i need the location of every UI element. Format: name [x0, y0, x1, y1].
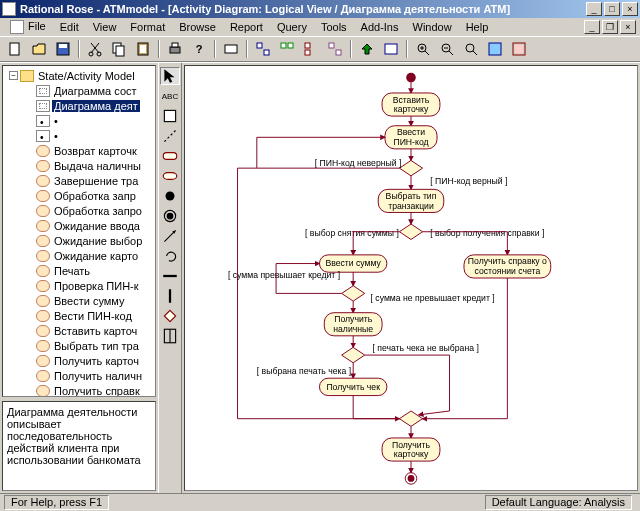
tree-item[interactable]: Получить справк [5, 383, 153, 397]
maximize-button[interactable]: □ [604, 2, 620, 16]
menu-view[interactable]: View [87, 20, 123, 34]
vsync-tool[interactable] [160, 287, 180, 305]
tree-item[interactable]: • [5, 128, 153, 143]
act-icon [36, 175, 50, 187]
menu-report[interactable]: Report [224, 20, 269, 34]
decision-tool[interactable] [160, 307, 180, 325]
swimlane-tool[interactable] [160, 327, 180, 345]
diagram-canvas[interactable]: Вставить карточку Ввести ПИН-код [ ПИН-к… [184, 65, 638, 491]
end-tool[interactable] [160, 207, 180, 225]
act-icon [36, 265, 50, 277]
text-tool[interactable]: ABC [160, 87, 180, 105]
tree-item[interactable]: Вставить карточ [5, 323, 153, 338]
svg-text:карточку: карточку [394, 104, 429, 114]
svg-rect-17 [305, 43, 310, 48]
statusbar: For Help, press F1 Default Language: Ana… [0, 493, 640, 511]
tree-item[interactable]: Завершение тра [5, 173, 153, 188]
tree-label: Ожидание выбор [52, 235, 144, 247]
zoomin-button[interactable] [412, 39, 434, 59]
tree-item[interactable]: Выбрать тип тра [5, 338, 153, 353]
status-help: For Help, press F1 [4, 495, 109, 510]
anchor-tool[interactable] [160, 127, 180, 145]
start-tool[interactable] [160, 187, 180, 205]
cut-button[interactable] [84, 39, 106, 59]
note-tool[interactable] [160, 107, 180, 125]
window-titlebar: Rational Rose - ATMmodel - [Activity Dia… [0, 0, 640, 18]
help-button[interactable]: ? [188, 39, 210, 59]
copy-button[interactable] [108, 39, 130, 59]
merge-node[interactable] [399, 411, 422, 426]
zoomout-button[interactable] [436, 39, 458, 59]
browse-prev-button[interactable] [380, 39, 402, 59]
menu-window[interactable]: Window [407, 20, 458, 34]
svg-text:Получить чек: Получить чек [326, 382, 380, 392]
pointer-tool[interactable] [160, 67, 180, 85]
menu-file[interactable]: File [4, 19, 52, 35]
menu-query[interactable]: Query [271, 20, 313, 34]
decision-pin[interactable] [399, 160, 422, 175]
self-transition-tool[interactable] [160, 247, 180, 265]
diagram4-button[interactable] [324, 39, 346, 59]
mdi-restore-button[interactable]: ❐ [602, 20, 618, 34]
tree-item[interactable]: Ввести сумму [5, 293, 153, 308]
start-node[interactable] [406, 73, 416, 83]
tree-item[interactable]: Обработка запро [5, 203, 153, 218]
tree-item[interactable]: • [5, 113, 153, 128]
documentation-pane[interactable]: Диаграмма деятельности описывает последо… [2, 401, 156, 491]
new-button[interactable] [4, 39, 26, 59]
tree-item[interactable]: Вести ПИН-код [5, 308, 153, 323]
fit-window-button[interactable] [508, 39, 530, 59]
svg-point-52 [408, 475, 415, 482]
save-button[interactable] [52, 39, 74, 59]
svg-rect-9 [170, 47, 180, 53]
state-tool[interactable] [160, 147, 180, 165]
diagram2-button[interactable] [276, 39, 298, 59]
mdi-close-button[interactable]: × [620, 20, 636, 34]
paste-button[interactable] [132, 39, 154, 59]
print-button[interactable] [164, 39, 186, 59]
tree-item[interactable]: Ожидание ввода [5, 218, 153, 233]
tree-item[interactable]: Обработка запр [5, 188, 153, 203]
tree-item[interactable]: Проверка ПИН-к [5, 278, 153, 293]
tree-item[interactable]: Получить наличн [5, 368, 153, 383]
decision-amount[interactable] [342, 286, 365, 301]
tree-item[interactable]: Выдача наличны [5, 158, 153, 173]
hsync-tool[interactable] [160, 267, 180, 285]
svg-rect-35 [169, 289, 171, 303]
tree-item[interactable]: Возврат карточк [5, 143, 153, 158]
minimize-button[interactable]: _ [586, 2, 602, 16]
svg-rect-27 [515, 45, 523, 53]
menu-tools[interactable]: Tools [315, 20, 353, 34]
menu-browse[interactable]: Browse [173, 20, 222, 34]
tree-label: State/Activity Model [36, 70, 137, 82]
open-button[interactable] [28, 39, 50, 59]
browse-parent-button[interactable] [356, 39, 378, 59]
menu-addins[interactable]: Add-Ins [355, 20, 405, 34]
tree-item[interactable]: Диаграмма сост [5, 83, 153, 98]
decision-receipt[interactable] [342, 347, 365, 362]
activity-tool[interactable] [160, 167, 180, 185]
svg-rect-25 [489, 43, 501, 55]
tree-item[interactable]: −State/Activity Model [5, 68, 153, 83]
tree-expander[interactable]: − [9, 71, 18, 80]
menu-help[interactable]: Help [460, 20, 495, 34]
transition-tool[interactable] [160, 227, 180, 245]
tree-item[interactable]: Печать [5, 263, 153, 278]
tree-item[interactable]: Ожидание выбор [5, 233, 153, 248]
guard-over-credit: [ сумма превышает кредит ] [228, 270, 340, 280]
mdi-minimize-button[interactable]: _ [584, 20, 600, 34]
svg-text:Ввести: Ввести [397, 127, 425, 137]
browser-tree[interactable]: −State/Activity ModelДиаграмма состДиагр… [2, 65, 156, 397]
decision-transaction[interactable] [399, 224, 422, 239]
diagram3-button[interactable] [300, 39, 322, 59]
menu-format[interactable]: Format [124, 20, 171, 34]
browse-class-button[interactable] [220, 39, 242, 59]
menu-edit[interactable]: Edit [54, 20, 85, 34]
tree-item[interactable]: Ожидание карто [5, 248, 153, 263]
zoomfit-button[interactable] [460, 39, 482, 59]
diagram1-button[interactable] [252, 39, 274, 59]
tree-item[interactable]: Получить карточ [5, 353, 153, 368]
close-button[interactable]: × [622, 2, 638, 16]
tree-item[interactable]: Диаграмма деят [5, 98, 153, 113]
undo-zoom-button[interactable] [484, 39, 506, 59]
